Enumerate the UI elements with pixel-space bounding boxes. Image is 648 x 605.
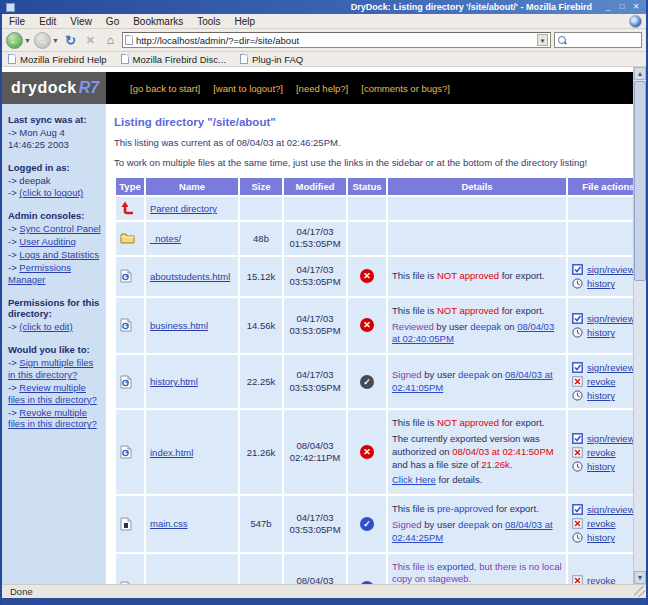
sidebar-link[interactable]: Sync Control Panel (19, 223, 100, 234)
file-name-link[interactable]: Parent directory (150, 203, 217, 214)
file-name-link[interactable]: aboutstudents.html (150, 271, 230, 282)
action-link[interactable]: sign/review (587, 362, 633, 373)
action-history: history (572, 327, 633, 338)
bookmark-mozilla-firebird-help[interactable]: Mozilla Firebird Help (8, 54, 107, 65)
checkbox-icon[interactable] (572, 313, 583, 324)
header-link-go-back-to-start[interactable]: [go back to start] (130, 83, 200, 94)
page-title: Listing directory "/site/about" (114, 116, 629, 128)
revoke-icon[interactable] (572, 575, 583, 584)
clock-icon[interactable] (572, 461, 583, 472)
maximize-button[interactable]: □ (616, 2, 628, 12)
close-button[interactable]: ✕ (630, 2, 642, 12)
header-link-comments-or-bugs[interactable]: [comments or bugs?] (361, 83, 450, 94)
search-input[interactable] (570, 34, 638, 46)
checkbox-icon[interactable] (572, 433, 583, 444)
file-name-link[interactable]: history.html (150, 376, 198, 387)
checkbox-icon[interactable] (572, 264, 583, 275)
clock-icon[interactable] (572, 278, 583, 289)
action-link[interactable]: sign/review (587, 433, 633, 444)
title-bar[interactable]: DryDock: Listing directory '/site/about/… (2, 0, 646, 14)
scroll-down-icon[interactable]: ▼ (634, 571, 646, 584)
sidebar-link[interactable]: Review multiple files in this directory? (8, 382, 97, 405)
action-link[interactable]: history (587, 532, 615, 543)
sidebar-item-review-multiple-files-in-this-directory[interactable]: -> Review multiple files in this directo… (8, 382, 101, 406)
column-header-type: Type (116, 178, 144, 195)
menu-file[interactable]: File (2, 16, 32, 27)
action-link[interactable]: history (587, 461, 615, 472)
sidebar-item-mon-aug-4-14-46-25-2003: -> Mon Aug 4 14:46:25 2003 (8, 127, 101, 151)
action-sign-review: sign/review (572, 313, 633, 324)
clock-icon[interactable] (572, 532, 583, 543)
menu-go[interactable]: Go (99, 16, 126, 27)
bookmark-plug-in-faq[interactable]: Plug-in FAQ (240, 54, 303, 65)
clock-icon[interactable] (572, 390, 583, 401)
menu-tools[interactable]: Tools (190, 16, 227, 27)
forward-button[interactable]: → (34, 32, 51, 49)
vertical-scrollbar[interactable]: ▲ ▼ (633, 67, 646, 584)
scroll-up-icon[interactable]: ▲ (634, 67, 646, 80)
action-link[interactable]: sign/review (587, 504, 633, 515)
scrollbar-thumb[interactable] (634, 81, 646, 281)
action-history: history (572, 278, 633, 289)
revoke-icon[interactable] (572, 376, 583, 387)
file-name-link[interactable]: _notes/ (150, 233, 181, 244)
revoke-icon[interactable] (572, 447, 583, 458)
sidebar-item-user-auditing[interactable]: -> User Auditing (8, 236, 101, 248)
sidebar-item-permissions-manager[interactable]: -> Permissions Manager (8, 262, 101, 286)
parent-arrow-icon (120, 201, 140, 216)
header-link-want-to-logout[interactable]: [want to logout?] (213, 83, 283, 94)
action-link[interactable]: revoke (587, 447, 616, 458)
sidebar-item-sync-control-panel[interactable]: -> Sync Control Panel (8, 223, 101, 235)
header-link-need-help[interactable]: [need help?] (296, 83, 348, 94)
resize-grip-icon[interactable] (634, 586, 645, 597)
bookmark-mozilla-firebird-disc[interactable]: Mozilla Firebird Disc... (121, 54, 226, 65)
sidebar-item-sign-multiple-files-in-this-directory[interactable]: -> Sign multiple files in this directory… (8, 357, 101, 381)
action-link[interactable]: revoke (587, 575, 616, 584)
action-link[interactable]: history (587, 278, 615, 289)
menu-view[interactable]: View (63, 16, 99, 27)
menu-bookmarks[interactable]: Bookmarks (126, 16, 190, 27)
action-link[interactable]: revoke (587, 376, 616, 387)
home-button[interactable]: ⌂ (102, 32, 119, 49)
action-link[interactable]: history (587, 327, 615, 338)
url-input[interactable] (136, 35, 534, 46)
action-link[interactable]: sign/review (587, 264, 633, 275)
action-link[interactable]: history (587, 390, 615, 401)
details-link[interactable]: Click Here (392, 474, 436, 485)
file-name-link[interactable]: index.html (150, 447, 193, 458)
firebird-logo-icon[interactable] (629, 15, 642, 28)
sidebar-link[interactable]: User Auditing (19, 236, 76, 247)
sidebar-item-click-to-logout[interactable]: -> (click to logout) (8, 187, 101, 199)
checkbox-icon[interactable] (572, 504, 583, 515)
back-button[interactable]: ← (6, 32, 23, 49)
sidebar-item-revoke-multiple-files-in-this-directory[interactable]: -> Revoke multiple files in this directo… (8, 407, 101, 431)
sidebar-link[interactable]: (click to edit) (19, 321, 72, 332)
menu-edit[interactable]: Edit (32, 16, 63, 27)
details-cell: This file is pre-approved for export.Sig… (388, 496, 566, 551)
checkbox-icon[interactable] (572, 362, 583, 373)
clock-icon[interactable] (572, 327, 583, 338)
action-sign-review: sign/review (572, 362, 633, 373)
forward-dropdown-icon[interactable]: ▼ (52, 37, 59, 44)
sidebar-item-click-to-edit[interactable]: -> (click to edit) (8, 321, 101, 333)
back-dropdown-icon[interactable]: ▼ (24, 37, 31, 44)
sidebar-link[interactable]: (click to logout) (19, 187, 83, 198)
details-cell: This file is NOT approved for export.Rev… (388, 298, 566, 353)
action-link[interactable]: revoke (587, 518, 616, 529)
size-cell: 14.56k (240, 298, 282, 353)
sidebar-item-logs-and-statistics[interactable]: -> Logs and Statistics (8, 249, 101, 261)
action-link[interactable]: sign/review (587, 313, 633, 324)
table-row: _notes/48b04/17/0301:53:05PM (116, 222, 633, 255)
sidebar-link[interactable]: Revoke multiple files in this directory? (8, 407, 97, 430)
size-cell: 15.12k (240, 257, 282, 296)
url-dropdown-icon[interactable]: ▾ (537, 34, 548, 46)
stop-button[interactable]: ✕ (82, 32, 99, 49)
sidebar-link[interactable]: Sign multiple files in this directory? (8, 357, 93, 380)
file-name-link[interactable]: main.css (150, 518, 187, 529)
revoke-icon[interactable] (572, 518, 583, 529)
file-name-link[interactable]: business.html (150, 320, 208, 331)
reload-button[interactable]: ↻ (62, 32, 79, 49)
menu-help[interactable]: Help (228, 16, 263, 27)
minimize-button[interactable]: _ (602, 2, 614, 12)
sidebar-link[interactable]: Logs and Statistics (19, 249, 99, 260)
